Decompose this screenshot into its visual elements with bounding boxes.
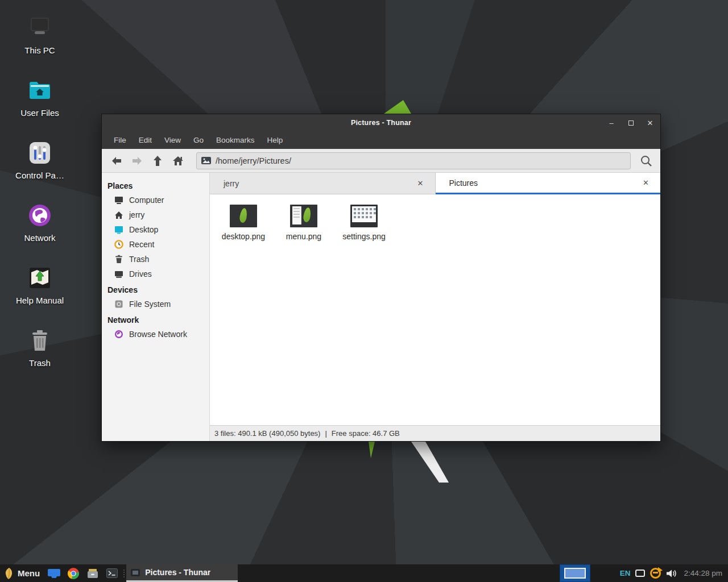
sidebar-item-label: jerry [129, 210, 144, 219]
status-bar: 3 files: 490.1 kB (490,050 bytes) | Free… [210, 425, 660, 441]
file-name: menu.png [276, 232, 332, 241]
file-menu-png[interactable]: menu.png [276, 201, 332, 241]
tab-close-icon[interactable]: ✕ [414, 177, 427, 189]
thumbnail [216, 201, 271, 227]
sidebar-item-label: Trash [129, 255, 149, 264]
menu-help[interactable]: Help [261, 133, 289, 147]
sidebar-item-desktop[interactable]: Desktop [102, 222, 209, 237]
harddisk-icon [114, 300, 123, 309]
status-separator: | [325, 429, 326, 438]
home-icon [172, 156, 184, 166]
system-tray: EN [620, 568, 677, 579]
desktop-icon-user-files[interactable]: User Files [0, 77, 80, 118]
thunar-window: Pictures - Thunar – ✕ File Edit View Go … [101, 114, 661, 442]
sidebar-item-jerry[interactable]: jerry [102, 207, 209, 222]
desktop-icon-trash[interactable]: Trash [0, 327, 80, 368]
home-button[interactable] [168, 152, 188, 170]
chrome-launcher[interactable] [64, 564, 83, 582]
up-button[interactable] [147, 152, 168, 170]
update-manager-icon[interactable] [650, 568, 661, 579]
task-button-label: Pictures - Thunar [145, 568, 210, 577]
status-free-space: Free space: 46.7 GB [332, 429, 400, 438]
minimize-button[interactable]: – [606, 117, 617, 128]
sliders-icon [27, 140, 53, 166]
sidebar-item-drives[interactable]: Drives [102, 267, 209, 281]
desktop-icon-control-panel[interactable]: Control Pa… [0, 140, 80, 180]
menu-view[interactable]: View [158, 133, 187, 147]
clock[interactable]: 2:44:28 pm [684, 569, 722, 577]
sidebar-section-devices: Devices File System [102, 282, 209, 311]
menu-button[interactable]: Menu [0, 564, 44, 582]
keyboard-layout-indicator[interactable]: EN [620, 569, 631, 577]
sidebar-item-label: Drives [129, 269, 152, 278]
sidebar-item-label: File System [129, 300, 171, 309]
window-title: Pictures - Thunar [351, 119, 411, 127]
status-files-summary: 3 files: 490.1 kB (490,050 bytes) [214, 429, 320, 438]
sidebar-item-trash[interactable]: Trash [102, 252, 209, 267]
location-path: /home/jerry/Pictures/ [216, 156, 291, 165]
desktop-icon-label: User Files [0, 108, 80, 118]
sidebar-header-places: Places [102, 178, 209, 193]
desktop-icon-this-pc[interactable]: This PC [0, 15, 80, 55]
file-desktop-png[interactable]: desktop.png [216, 201, 271, 241]
tab-label: Pictures [449, 178, 640, 188]
taskbar: Menu [0, 564, 728, 582]
tab-label: jerry [224, 179, 414, 188]
menu-go[interactable]: Go [187, 133, 210, 147]
forward-button[interactable] [127, 152, 147, 170]
up-arrow-icon [153, 155, 162, 167]
sidebar-item-file-system[interactable]: File System [102, 297, 209, 311]
tab-jerry[interactable]: jerry ✕ [210, 173, 436, 194]
maximize-button[interactable] [625, 117, 636, 128]
menubar: File Edit View Go Bookmarks Help [102, 131, 660, 149]
help-manual-icon [27, 265, 53, 291]
display-indicator-icon[interactable] [635, 569, 645, 577]
tab-pictures[interactable]: Pictures ✕ [436, 173, 661, 194]
image-file-icon [201, 157, 211, 164]
workspace-switcher[interactable] [560, 564, 590, 582]
file-manager-launcher[interactable] [44, 564, 64, 582]
desktop-icon-label: This PC [0, 45, 80, 55]
search-icon [640, 155, 652, 167]
tab-close-icon[interactable]: ✕ [639, 177, 652, 189]
computer-icon [114, 196, 123, 205]
trash-icon [27, 327, 53, 354]
location-bar[interactable]: /home/jerry/Pictures/ [196, 152, 631, 169]
home-folder-icon [27, 77, 53, 103]
forward-arrow-icon [131, 156, 143, 165]
back-arrow-icon [111, 156, 122, 165]
desktop-icon-help-manual[interactable]: Help Manual [0, 265, 80, 305]
file-name: desktop.png [216, 232, 271, 241]
sidebar-item-browse-network[interactable]: Browse Network [102, 327, 209, 342]
file-view[interactable]: desktop.png menu.png [210, 194, 660, 425]
chrome-icon [68, 568, 79, 579]
file-settings-png[interactable]: settings.png [336, 201, 392, 241]
right-pane: jerry ✕ Pictures ✕ desktop.png [210, 173, 660, 441]
feather-logo-icon [5, 567, 13, 580]
sidebar-item-label: Desktop [129, 225, 158, 234]
sidebar-item-computer[interactable]: Computer [102, 193, 209, 207]
desktop-icon-network[interactable]: Network [0, 202, 80, 243]
terminal-launcher[interactable] [102, 564, 122, 582]
search-button[interactable] [636, 152, 656, 170]
desktop-icon-label: Control Pa… [0, 171, 80, 180]
toolbar: /home/jerry/Pictures/ [102, 149, 660, 173]
clock-icon [114, 240, 123, 249]
menu-file[interactable]: File [107, 133, 133, 147]
sidebar-item-label: Computer [129, 196, 164, 205]
taskbar-left: Menu [0, 564, 238, 582]
volume-icon[interactable] [666, 569, 677, 578]
file-manager-icon [48, 569, 60, 578]
archive-manager-launcher[interactable] [83, 564, 102, 582]
terminal-icon [106, 568, 118, 578]
task-button-thunar[interactable]: Pictures - Thunar [126, 564, 238, 582]
workspace-1 [564, 568, 586, 579]
sidebar-header-devices: Devices [102, 282, 209, 297]
close-button[interactable]: ✕ [644, 117, 656, 128]
menu-edit[interactable]: Edit [133, 133, 158, 147]
titlebar[interactable]: Pictures - Thunar – ✕ [102, 114, 660, 131]
globe-icon [114, 330, 123, 339]
sidebar-item-recent[interactable]: Recent [102, 237, 209, 252]
back-button[interactable] [106, 152, 127, 170]
menu-bookmarks[interactable]: Bookmarks [210, 133, 261, 147]
